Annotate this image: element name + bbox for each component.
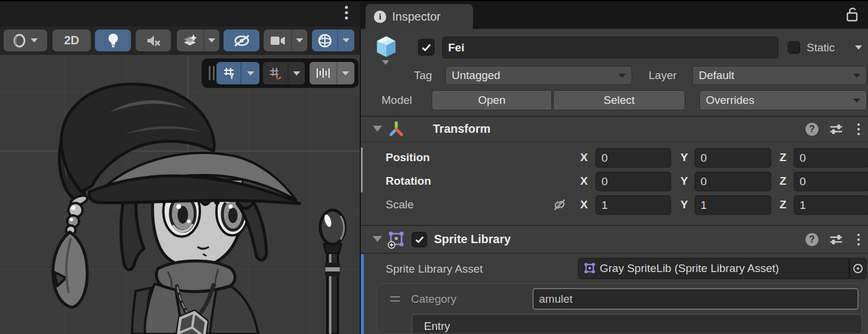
model-open-button[interactable]: Open bbox=[432, 90, 552, 110]
scale-label: Scale bbox=[386, 198, 414, 211]
scale-x-field[interactable] bbox=[596, 195, 671, 215]
snap-increment-icon bbox=[315, 66, 331, 80]
position-y-field[interactable] bbox=[695, 148, 771, 168]
overrides-label: Overrides bbox=[706, 94, 754, 107]
2d-toggle-button[interactable]: 2D bbox=[52, 30, 91, 51]
transform-header[interactable]: Transform ? bbox=[361, 117, 868, 142]
gameobject-foldout[interactable] bbox=[382, 60, 389, 65]
component-enabled-checkbox[interactable] bbox=[412, 232, 427, 247]
axis-x-label: X bbox=[580, 151, 588, 164]
separator bbox=[361, 225, 868, 226]
audio-mute-button[interactable] bbox=[136, 30, 171, 51]
grid-visibility-icon: Y bbox=[222, 66, 236, 80]
layer-dropdown[interactable]: Default bbox=[692, 66, 867, 85]
scene-camera-button[interactable] bbox=[264, 30, 307, 51]
transform-foldout[interactable] bbox=[373, 126, 382, 132]
scene-view-pane: 2D bbox=[0, 0, 360, 334]
separator bbox=[361, 142, 868, 142]
staff bbox=[320, 210, 345, 334]
presets-icon[interactable] bbox=[829, 123, 843, 138]
axis-z-label: Z bbox=[780, 151, 787, 164]
entry-label: Entry bbox=[424, 320, 450, 333]
rotation-label: Rotation bbox=[386, 175, 431, 188]
select-label: Select bbox=[604, 94, 635, 107]
gameobject-icon bbox=[374, 34, 399, 61]
lighting-icon bbox=[107, 33, 119, 48]
axis-z-label: Z bbox=[780, 198, 787, 211]
gameobject-name-field[interactable] bbox=[442, 37, 778, 58]
svg-text:Y: Y bbox=[229, 73, 234, 80]
category-name-field[interactable] bbox=[532, 288, 859, 310]
inspector-tab-bar: i Inspector bbox=[361, 0, 868, 29]
position-x-field[interactable] bbox=[596, 148, 671, 168]
scene-pane-header bbox=[0, 0, 360, 27]
category-drag-handle-icon[interactable] bbox=[390, 296, 400, 302]
object-picker-icon bbox=[853, 264, 863, 273]
presets-icon[interactable] bbox=[829, 233, 843, 248]
camera-icon bbox=[264, 30, 291, 51]
tab-inspector[interactable]: i Inspector bbox=[366, 4, 473, 29]
axis-y-label: Y bbox=[680, 151, 688, 164]
category-label: Category bbox=[411, 293, 456, 306]
static-dropdown-arrow[interactable] bbox=[855, 45, 862, 50]
grid-snap-toolbar: Y bbox=[202, 58, 359, 88]
axis-x-label: X bbox=[580, 175, 588, 188]
grid-snap-button[interactable] bbox=[263, 62, 288, 84]
sprite-library-header[interactable]: Sprite Library ? bbox=[361, 227, 868, 253]
grid-visibility-group: Y bbox=[216, 62, 259, 84]
rotation-y-field[interactable] bbox=[695, 172, 771, 191]
scene-viewport[interactable]: Y bbox=[0, 55, 360, 334]
model-select-button[interactable]: Select bbox=[553, 90, 685, 110]
rotation-x-field[interactable] bbox=[596, 172, 671, 191]
snap-increment-dropdown[interactable] bbox=[337, 62, 354, 84]
tag-label: Tag bbox=[414, 69, 432, 82]
static-label: Static bbox=[807, 41, 835, 54]
toolbar-drag-handle[interactable] bbox=[209, 66, 215, 80]
position-label: Position bbox=[386, 151, 430, 164]
object-picker-button[interactable] bbox=[849, 258, 867, 279]
static-checkbox[interactable] bbox=[788, 41, 800, 54]
shading-mode-button[interactable] bbox=[4, 30, 47, 51]
rotation-z-field[interactable] bbox=[794, 172, 868, 191]
effects-button[interactable] bbox=[177, 30, 219, 51]
scene-toolbar: 2D bbox=[0, 27, 360, 55]
grid-visibility-button[interactable]: Y bbox=[216, 62, 241, 84]
camera-dropdown-arrow[interactable] bbox=[292, 30, 307, 51]
active-checkbox[interactable] bbox=[418, 39, 435, 55]
sprite-library-foldout[interactable] bbox=[373, 236, 382, 242]
sprite-library-menu-icon[interactable] bbox=[857, 234, 860, 245]
transform-icon bbox=[388, 121, 405, 140]
grid-snap-icon bbox=[268, 66, 282, 80]
overrides-dropdown[interactable]: Overrides bbox=[699, 90, 867, 110]
effects-icon bbox=[177, 30, 203, 51]
help-icon[interactable]: ? bbox=[805, 233, 818, 246]
grid-snap-dropdown[interactable] bbox=[288, 62, 305, 84]
effects-dropdown-arrow[interactable] bbox=[204, 30, 219, 51]
tag-dropdown[interactable]: Untagged bbox=[445, 66, 632, 85]
transform-menu-icon[interactable] bbox=[857, 123, 860, 135]
open-label: Open bbox=[478, 94, 505, 107]
hidden-objects-button[interactable] bbox=[223, 30, 259, 51]
position-z-field[interactable] bbox=[794, 148, 868, 168]
layer-label: Layer bbox=[649, 69, 677, 82]
override-indicator bbox=[361, 148, 363, 192]
sprite-library-asset-field[interactable]: Gray SpriteLib (Sprite Library Asset) bbox=[578, 258, 849, 279]
axis-z-label: Z bbox=[780, 175, 787, 188]
entry-list-box: Entry bbox=[412, 314, 862, 334]
grid-visibility-dropdown[interactable] bbox=[241, 62, 259, 84]
unlock-icon[interactable] bbox=[846, 7, 859, 25]
scene-lighting-button[interactable] bbox=[95, 30, 131, 51]
scale-z-field[interactable] bbox=[794, 195, 868, 215]
separator bbox=[361, 253, 868, 254]
gizmos-button[interactable] bbox=[312, 30, 354, 51]
scale-y-field[interactable] bbox=[695, 195, 771, 215]
sprite-library-asset-label: Sprite Library Asset bbox=[386, 263, 483, 276]
scene-pane-menu-icon[interactable] bbox=[345, 6, 348, 19]
axis-x-label: X bbox=[580, 198, 588, 211]
unlink-scale-icon[interactable] bbox=[552, 197, 567, 215]
model-label: Model bbox=[382, 94, 412, 107]
help-icon[interactable]: ? bbox=[805, 123, 818, 136]
gizmos-dropdown-arrow[interactable] bbox=[338, 30, 354, 51]
snap-increment-button[interactable] bbox=[310, 62, 337, 84]
tag-value: Untagged bbox=[452, 69, 500, 82]
